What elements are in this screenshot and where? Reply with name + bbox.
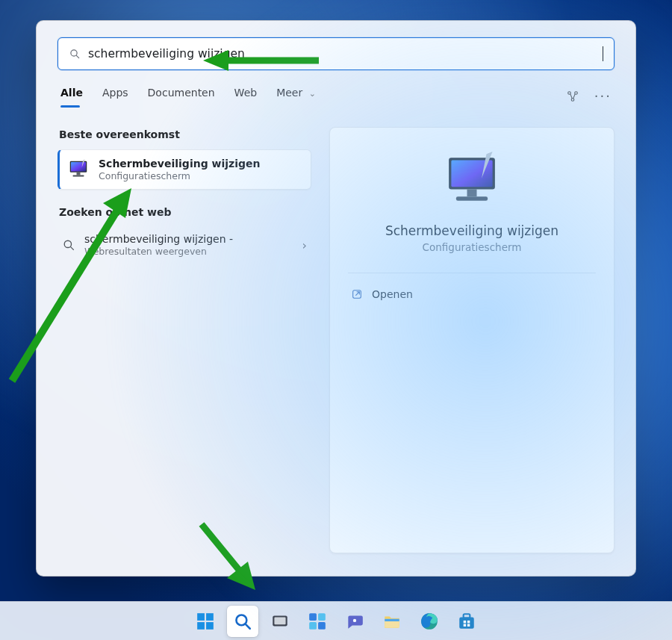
screensaver-monitor-icon <box>443 152 501 210</box>
web-result-title: schermbeveiliging wijzigen - <box>84 233 233 245</box>
chat-button[interactable] <box>339 606 370 637</box>
flow-icon[interactable] <box>566 90 579 103</box>
search-bar[interactable]: schermbeveiliging wijzigen <box>57 37 615 70</box>
taskview-button[interactable] <box>264 606 296 637</box>
search-icon <box>69 48 81 60</box>
tab-more[interactable]: Meer ⌄ <box>276 87 316 106</box>
tab-all[interactable]: Alle <box>60 87 83 106</box>
svg-rect-25 <box>206 622 214 630</box>
svg-rect-40 <box>464 620 466 622</box>
svg-rect-29 <box>274 617 285 624</box>
start-search-panel: schermbeveiliging wijzigen Alle Apps Doc… <box>36 20 636 577</box>
widgets-icon <box>308 612 327 631</box>
svg-rect-43 <box>467 624 470 626</box>
svg-rect-6 <box>71 162 86 172</box>
svg-marker-21 <box>227 562 255 590</box>
svg-line-1 <box>76 55 78 58</box>
open-action[interactable]: Openen <box>348 282 596 306</box>
svg-rect-42 <box>464 624 466 626</box>
best-match-title: Schermbeveiliging wijzigen <box>99 158 261 170</box>
screensaver-monitor-icon <box>67 158 90 181</box>
search-icon <box>62 238 75 252</box>
svg-line-27 <box>246 624 250 628</box>
svg-rect-39 <box>464 614 470 618</box>
svg-rect-8 <box>73 175 84 177</box>
windows-start-icon <box>196 612 215 631</box>
text-caret <box>603 46 603 61</box>
divider <box>348 273 596 273</box>
results-right-column: Schermbeveiliging wijzigen Configuraties… <box>329 127 615 553</box>
file-explorer-button[interactable] <box>376 606 408 637</box>
results-left-column: Beste overeenkomst Schermbeveiliging <box>57 127 311 553</box>
svg-rect-11 <box>449 158 495 189</box>
svg-rect-7 <box>77 173 81 175</box>
detail-card: Schermbeveiliging wijzigen Configuraties… <box>329 127 615 553</box>
web-result-subtitle: Webresultaten weergeven <box>84 246 233 257</box>
tab-web[interactable]: Web <box>234 87 258 106</box>
svg-point-0 <box>71 50 77 56</box>
chevron-right-icon: › <box>302 238 307 252</box>
start-button[interactable] <box>190 606 221 637</box>
svg-rect-30 <box>309 613 317 621</box>
svg-rect-23 <box>206 613 214 621</box>
annotation-arrow <box>187 515 265 597</box>
svg-rect-13 <box>467 189 477 196</box>
svg-point-34 <box>353 618 356 621</box>
svg-rect-22 <box>197 613 205 621</box>
svg-line-10 <box>71 247 74 250</box>
more-icon[interactable]: ··· <box>594 93 612 100</box>
tabs-row: Alle Apps Documenten Web Meer ⌄ ··· <box>57 87 615 106</box>
annotation-arrow <box>203 46 323 75</box>
svg-marker-19 <box>103 188 131 218</box>
svg-rect-35 <box>385 618 399 627</box>
web-search-label: Zoeken op het web <box>59 206 310 218</box>
search-button[interactable] <box>227 606 258 637</box>
tab-documents[interactable]: Documenten <box>148 87 215 106</box>
detail-subtitle: Configuratiescherm <box>423 241 522 253</box>
svg-point-37 <box>421 613 438 630</box>
search-input[interactable]: schermbeveiliging wijzigen <box>88 47 603 60</box>
tab-more-label: Meer <box>276 87 302 99</box>
best-match-item[interactable]: Schermbeveiliging wijzigen Configuraties… <box>57 149 311 190</box>
svg-line-20 <box>202 524 242 574</box>
file-explorer-icon <box>382 612 402 631</box>
svg-rect-24 <box>197 622 205 630</box>
svg-point-2 <box>568 92 571 95</box>
web-result-item[interactable]: schermbeveiliging wijzigen - Webresultat… <box>57 227 311 263</box>
detail-title: Schermbeveiliging wijzigen <box>385 223 559 238</box>
taskview-icon <box>270 612 290 631</box>
open-label: Openen <box>372 288 413 300</box>
taskbar <box>0 601 672 640</box>
microsoft-store-icon <box>457 612 476 631</box>
store-button[interactable] <box>451 606 482 637</box>
open-external-icon <box>351 288 363 300</box>
svg-marker-17 <box>203 50 228 71</box>
tab-apps[interactable]: Apps <box>102 87 128 106</box>
chevron-down-icon: ⌄ <box>309 89 316 99</box>
svg-rect-38 <box>459 617 474 628</box>
svg-rect-32 <box>309 622 317 630</box>
svg-point-9 <box>64 240 71 247</box>
svg-rect-15 <box>353 291 361 299</box>
best-match-label: Beste overeenkomst <box>59 128 310 140</box>
chat-icon <box>345 612 364 631</box>
svg-rect-28 <box>273 615 287 626</box>
edge-icon <box>420 612 439 631</box>
svg-point-26 <box>236 615 246 625</box>
svg-rect-33 <box>318 622 326 630</box>
svg-rect-41 <box>467 620 470 622</box>
search-icon <box>233 612 252 631</box>
svg-rect-36 <box>385 618 399 621</box>
svg-point-3 <box>575 92 578 95</box>
widgets-button[interactable] <box>302 606 333 637</box>
svg-rect-14 <box>456 196 488 201</box>
svg-point-4 <box>571 99 574 102</box>
edge-button[interactable] <box>414 606 445 637</box>
svg-rect-31 <box>318 613 326 621</box>
best-match-subtitle: Configuratiescherm <box>99 170 261 181</box>
svg-rect-12 <box>451 160 492 187</box>
